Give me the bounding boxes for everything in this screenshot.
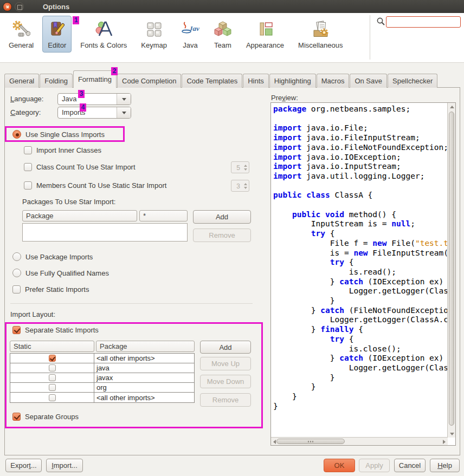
- package-cell: java: [94, 363, 194, 373]
- category-editor[interactable]: Editor 1: [42, 16, 72, 53]
- class-count-spinner[interactable]: 5: [231, 161, 249, 173]
- tab-formatting[interactable]: Formatting 2: [73, 70, 117, 88]
- category-team[interactable]: Team: [208, 16, 237, 53]
- keyboard-keys-icon: [145, 20, 163, 38]
- use-single-class-imports-radio[interactable]: [12, 130, 21, 139]
- language-value: Java: [58, 94, 117, 105]
- category-general[interactable]: General: [3, 16, 39, 53]
- separate-groups-checkbox[interactable]: [12, 413, 21, 421]
- separate-groups-label: Separate Groups: [25, 413, 79, 421]
- editor-book-pencil-icon: [48, 20, 66, 38]
- packages-add-button[interactable]: Add: [193, 210, 251, 224]
- packages-remove-button[interactable]: Remove: [193, 229, 251, 242]
- svg-text:Java: Java: [189, 24, 199, 32]
- use-fully-qualified-radio[interactable]: [12, 269, 21, 277]
- category-label: Editor: [48, 41, 66, 49]
- gears-wrench-icon: [12, 20, 30, 38]
- scroll-up-icon[interactable]: [450, 106, 454, 108]
- tab-general[interactable]: General: [4, 74, 39, 88]
- table-row[interactable]: <all other imports>: [10, 354, 194, 363]
- tab-highlighting[interactable]: Highlighting: [269, 74, 316, 88]
- static-checkbox[interactable]: [49, 384, 56, 391]
- tab-folding[interactable]: Folding: [40, 74, 73, 88]
- tab-hints[interactable]: Hints: [243, 74, 269, 88]
- category-combobox[interactable]: Imports: [57, 107, 131, 119]
- preview-label: Preview:: [271, 94, 298, 102]
- horizontal-scrollbar[interactable]: [271, 437, 448, 445]
- members-count-star-checkbox[interactable]: [24, 181, 32, 190]
- category-fonts-colors[interactable]: Fonts & Colors: [75, 16, 132, 53]
- class-count-value: 5: [231, 162, 242, 173]
- import-button[interactable]: Import...: [46, 459, 83, 472]
- chevron-down-icon: [117, 94, 131, 105]
- layout-move-up-button[interactable]: Move Up: [200, 357, 251, 370]
- appearance-layout-icon: [256, 20, 274, 38]
- packages-star-table[interactable]: [22, 223, 188, 242]
- category-miscellaneous[interactable]: Miscellaneous: [293, 16, 348, 53]
- restore-window-icon[interactable]: [15, 2, 24, 11]
- import-layout-label: Import Layout:: [10, 310, 55, 318]
- import-layout-table-body[interactable]: <all other imports>javajavaxorg<all othe…: [10, 353, 195, 403]
- category-value: Imports: [58, 107, 117, 118]
- table-row[interactable]: javax: [10, 373, 194, 383]
- static-checkbox[interactable]: [49, 394, 56, 401]
- spinner-arrows-icon[interactable]: [242, 162, 249, 173]
- package-column-header[interactable]: Package: [22, 210, 137, 221]
- table-row[interactable]: <all other imports>: [10, 393, 194, 402]
- use-single-class-imports-label: Use Single Class Imports: [25, 131, 105, 139]
- import-inner-classes-checkbox[interactable]: [24, 146, 32, 154]
- package-column-header[interactable]: Package: [96, 341, 195, 352]
- table-row[interactable]: java: [10, 363, 194, 373]
- titlebar: Options: [0, 0, 464, 13]
- spinner-arrows-icon[interactable]: [242, 180, 249, 191]
- layout-move-down-button[interactable]: Move Down: [200, 375, 251, 388]
- category-java[interactable]: Java Java: [176, 16, 205, 53]
- separate-static-imports-checkbox[interactable]: [12, 326, 21, 334]
- use-package-imports-radio[interactable]: [12, 252, 21, 261]
- scroll-left-icon[interactable]: [273, 440, 276, 444]
- package-cell: <all other imports>: [94, 393, 194, 402]
- language-combobox[interactable]: Java: [57, 93, 131, 105]
- tab-on-save[interactable]: On Save: [350, 74, 387, 88]
- category-label: Miscellaneous: [298, 41, 343, 49]
- category-label: Appearance: [246, 41, 284, 49]
- preview-code: package org.netbeans.samples; import jav…: [271, 103, 448, 438]
- layout-add-button[interactable]: Add: [200, 341, 251, 354]
- options-toolbar: General Editor 1 Fonts & Colors: [0, 13, 464, 63]
- scroll-down-icon[interactable]: [450, 433, 454, 435]
- category-appearance[interactable]: Appearance: [241, 16, 289, 53]
- static-checkbox[interactable]: [49, 355, 56, 362]
- tab-spellchecker[interactable]: Spellchecker: [388, 74, 437, 88]
- preview-pane: package org.netbeans.samples; import jav…: [270, 102, 456, 446]
- members-count-spinner[interactable]: 3: [231, 180, 249, 192]
- ok-button[interactable]: OK: [324, 459, 355, 472]
- table-row[interactable]: org: [10, 383, 194, 393]
- annotation-badge-1: 1: [73, 16, 79, 24]
- category-label-text: Category:: [10, 108, 41, 116]
- chevron-down-icon: [117, 107, 131, 118]
- static-checkbox[interactable]: [49, 364, 56, 371]
- tab-macros[interactable]: Macros: [317, 74, 350, 88]
- class-count-star-checkbox[interactable]: [24, 163, 32, 171]
- apply-button[interactable]: Apply: [359, 459, 390, 472]
- close-window-icon[interactable]: [3, 2, 12, 11]
- star-column-header[interactable]: *: [139, 210, 188, 221]
- vertical-scrollbar-thumb[interactable]: [449, 112, 454, 426]
- search-input[interactable]: [386, 16, 461, 28]
- horizontal-scrollbar-thumb[interactable]: [276, 439, 345, 444]
- window-title: Options: [43, 3, 69, 11]
- package-cell: org: [94, 383, 194, 392]
- tab-code-completion[interactable]: Code Completion: [117, 74, 181, 88]
- static-column-header[interactable]: Static: [10, 341, 94, 352]
- tab-code-templates[interactable]: Code Templates: [182, 74, 242, 88]
- scroll-right-icon[interactable]: [443, 440, 446, 444]
- static-checkbox[interactable]: [49, 374, 56, 381]
- export-button[interactable]: Export...: [5, 459, 42, 472]
- vertical-scrollbar[interactable]: [447, 103, 455, 438]
- prefer-static-imports-checkbox[interactable]: [12, 285, 21, 294]
- help-button[interactable]: Help: [430, 459, 460, 472]
- team-cubes-icon: [214, 20, 232, 38]
- category-keymap[interactable]: Keymap: [136, 16, 172, 53]
- cancel-button[interactable]: Cancel: [394, 459, 426, 472]
- layout-remove-button[interactable]: Remove: [200, 393, 251, 407]
